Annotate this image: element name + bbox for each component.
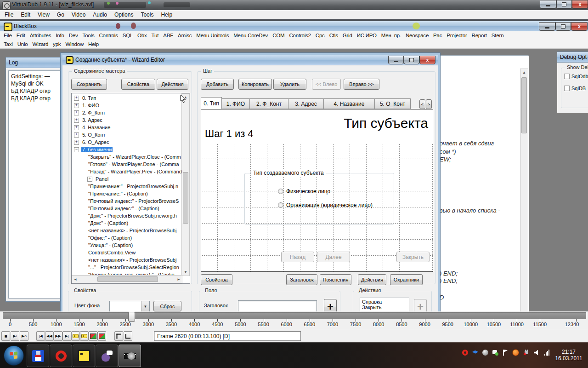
menu-item[interactable]: Controls2 <box>287 31 313 40</box>
menu-item[interactable]: Dev <box>67 31 80 40</box>
close-button[interactable]: x <box>419 56 435 64</box>
menu-item[interactable]: Attributes <box>28 31 54 40</box>
status-ball-icon[interactable] <box>482 350 488 356</box>
tree-item[interactable]: <нет названия> - ProjectorBrowseSubj <box>72 256 182 264</box>
menu-item[interactable]: Audio <box>89 10 111 19</box>
caption-input[interactable] <box>238 300 317 311</box>
tree-item[interactable]: +1. ФИО <box>72 102 182 109</box>
delete-step-button[interactable]: Удалить <box>273 79 306 90</box>
dropbox-icon[interactable] <box>472 351 478 356</box>
tree-vertical-scrollbar[interactable]: ▲ ▼ <box>181 93 190 276</box>
go-to-end-button[interactable]: ▶| <box>62 331 71 341</box>
menu-item[interactable]: ИС ИРО <box>355 31 379 40</box>
checkbox-icon[interactable] <box>564 86 570 91</box>
next-scene-button[interactable] <box>97 331 106 341</box>
tree-item[interactable]: "Назад" - WizardPlayer.Prev - (Command <box>72 168 182 175</box>
tree-item[interactable]: +6. О_Адрес <box>72 138 182 146</box>
restore-button[interactable] <box>555 22 571 31</box>
menu-item[interactable]: File <box>1 31 14 40</box>
mark-out-button[interactable] <box>124 331 132 341</box>
menu-item[interactable]: Tut <box>149 31 161 40</box>
tree-item[interactable]: +0. Тип <box>72 94 182 102</box>
tree-item[interactable]: "Улица:" - (Caption) <box>72 242 182 249</box>
speaker-icon[interactable] <box>534 350 540 356</box>
radio-row[interactable]: Организация (юридическое лицо) <box>278 202 373 208</box>
menu-item[interactable]: Stern <box>489 31 506 40</box>
tree-horizontal-scrollbar[interactable]: ◄ ► <box>72 275 182 283</box>
menu-item[interactable]: Taxi <box>1 40 15 49</box>
menu-item[interactable]: Help <box>157 10 176 19</box>
preview-properties-button[interactable]: Свойства <box>201 274 232 285</box>
expand-icon[interactable]: + <box>74 96 79 101</box>
chevron-down-icon[interactable]: ▼ <box>141 301 149 311</box>
radio-icon[interactable] <box>278 202 283 208</box>
menu-item[interactable]: Menu.Unitools <box>194 31 231 40</box>
move-right-button[interactable]: Вправо >> <box>344 79 379 90</box>
actions-listbox[interactable]: СправкаЗакрыть <box>360 298 409 311</box>
taskbar-item-blackbox[interactable] <box>73 345 95 367</box>
menu-item[interactable]: Obx <box>135 31 149 40</box>
wizard-structure-tree[interactable]: +0. Тип+1. ФИО+2. Ф_Конт+3. Адрес+4. Наз… <box>71 93 190 284</box>
taskbar-item-file-manager[interactable] <box>27 345 49 367</box>
scrollbar-thumb[interactable] <box>97 276 158 282</box>
expand-icon[interactable]: + <box>74 103 79 108</box>
wizard-step-tab[interactable]: 2. Ф_Конт <box>250 98 288 109</box>
go-to-start-button[interactable]: |◀ <box>36 331 45 341</box>
menu-item[interactable]: Amisc <box>175 31 194 40</box>
tree-item[interactable]: "Готово" - WizardPlayer.Done - (Comma <box>72 161 182 168</box>
menu-item[interactable]: Video <box>68 10 89 19</box>
menu-item[interactable]: SQL <box>120 31 135 40</box>
tree-item[interactable]: −7. без имени <box>72 146 182 153</box>
menu-item[interactable]: Info <box>53 31 66 40</box>
minimize-button[interactable] <box>539 22 555 31</box>
debug-titlebar[interactable]: Debug Opt <box>557 52 588 63</box>
checkbox-row[interactable]: SqlOdb <box>564 74 588 79</box>
taskbar-item-virtualdub[interactable] <box>119 345 141 367</box>
prev-keyframe-button[interactable] <box>71 331 80 341</box>
back-button[interactable]: Назад <box>281 252 314 262</box>
move-left-button[interactable]: << Влево <box>312 79 341 90</box>
guards-button[interactable]: Охранники <box>390 274 423 285</box>
scroll-up-icon[interactable]: ▲ <box>520 70 528 75</box>
wizard-titlebar[interactable]: Создание субъекта* - Wizard Editor x <box>62 55 438 65</box>
expand-icon[interactable]: + <box>87 177 92 182</box>
checkbox-row[interactable]: SqlDB <box>564 86 586 91</box>
menu-item[interactable]: Controls <box>96 31 120 40</box>
tree-item[interactable]: "Закрыть" - WizardPlayer.Close - (Comm <box>72 153 182 161</box>
menu-item[interactable]: ABF <box>161 31 175 40</box>
header-button[interactable]: Заголовок <box>286 274 317 285</box>
properties-button[interactable]: Свойства <box>121 79 155 90</box>
tree-item[interactable]: "Примечание:" - (Caption) <box>72 190 182 197</box>
close-wizard-button[interactable]: Закрыть <box>396 252 430 262</box>
copy-step-button[interactable]: Копировать <box>238 79 272 90</box>
clock[interactable]: 21:17 16.03.2011 <box>552 349 585 362</box>
seek-track[interactable] <box>3 312 586 319</box>
add-action-button[interactable]: + <box>414 299 427 311</box>
code-vertical-scrollbar[interactable]: ▲ <box>520 69 528 311</box>
tree-item[interactable]: "Почтовый индекс:" - (Caption) <box>72 205 182 212</box>
menu-item[interactable]: Unio <box>15 40 30 49</box>
wizard-step-tab[interactable]: 0. Тип <box>201 97 222 109</box>
next-button[interactable]: Далее <box>317 252 350 262</box>
collapse-icon[interactable]: − <box>74 147 79 152</box>
menu-item[interactable]: View <box>34 10 53 19</box>
expand-icon[interactable]: + <box>74 110 79 115</box>
play-button[interactable]: ▶I <box>11 331 19 341</box>
minimize-button[interactable] <box>388 56 404 64</box>
tree-item[interactable]: "Дом:" - (Caption) <box>72 219 182 227</box>
radio-icon[interactable] <box>278 189 283 194</box>
menu-item[interactable]: Menu.CoreDev <box>231 31 270 40</box>
menu-item[interactable]: Neospace <box>403 31 431 40</box>
power-plug-icon[interactable]: ✕ <box>523 350 530 356</box>
save-button[interactable]: Сохранить <box>71 79 107 90</box>
tree-item[interactable]: "Примечание:" - ProjectorBrowseSubj.n <box>72 183 182 190</box>
start-button[interactable] <box>4 345 24 366</box>
minimize-button[interactable] <box>540 0 556 9</box>
add-field-button[interactable]: + <box>324 299 337 311</box>
wizard-step-tab[interactable]: 4. Название <box>324 98 375 109</box>
tree-item[interactable]: +4. Название <box>72 124 182 131</box>
menu-item[interactable]: Cpc <box>313 31 327 40</box>
wizard-step-tab[interactable]: 5. О_Конт <box>375 98 411 109</box>
menu-item[interactable]: Options <box>111 10 137 19</box>
next-keyframe-button[interactable] <box>80 331 89 341</box>
